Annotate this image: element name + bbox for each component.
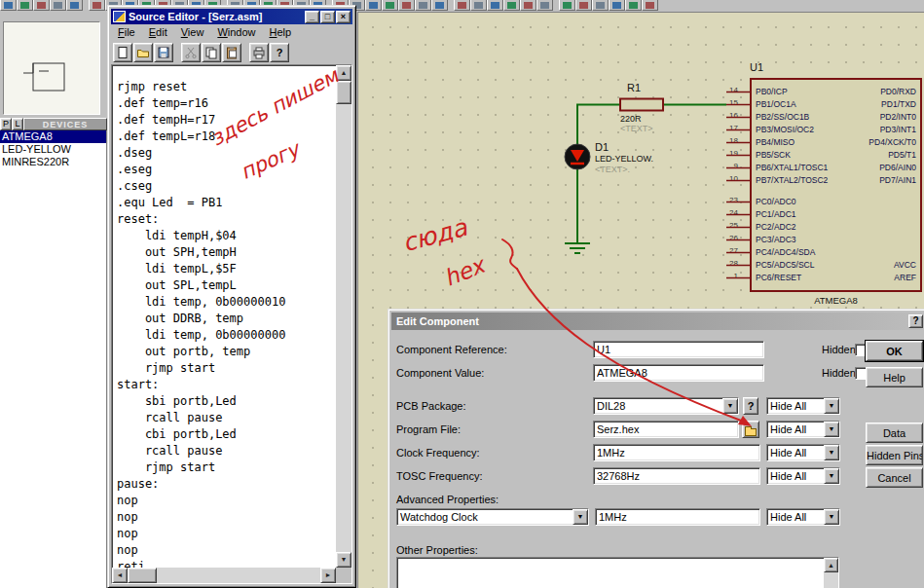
toolbar-icon[interactable] — [0, 0, 17, 11]
clock-frequency-input[interactable] — [593, 444, 760, 461]
tosc-frequency-label: TOSC Frequency: — [396, 467, 482, 485]
toolbar-icon[interactable] — [625, 0, 642, 11]
scrollbar-corner — [336, 568, 351, 583]
toolbar-icon[interactable] — [642, 0, 658, 11]
close-button[interactable]: × — [336, 11, 351, 23]
advanced-properties-label: Advanced Properties: — [396, 491, 499, 508]
combo-arrow-icon[interactable]: ▼ — [573, 509, 588, 525]
source-editor-window: Source Editor - [Serz.asm] _ □ × File Ed… — [107, 5, 356, 588]
scroll-up-icon[interactable]: ▲ — [336, 65, 351, 81]
toolbar-icon[interactable] — [365, 0, 382, 11]
combo-arrow-icon[interactable]: ▼ — [824, 398, 839, 414]
editor-vertical-scrollbar[interactable]: ▲ ▼ — [336, 65, 351, 568]
device-item-atmega8[interactable]: ATMEGA8 — [0, 130, 106, 143]
toolbar-icon[interactable] — [17, 0, 33, 11]
u1-footer-label: ATMEGA8 — [750, 295, 922, 306]
browse-file-button[interactable] — [742, 421, 759, 438]
edit-component-dialog: Edit Component ? Component Reference: Hi… — [388, 309, 924, 588]
component-value-input[interactable] — [593, 364, 764, 382]
advanced-properties-combo[interactable]: Watchdog Clock ▼ — [396, 508, 589, 526]
code-editor-text[interactable]: rjmp reset .def temp=r16 .def tempH=r17 … — [112, 65, 336, 568]
tosc-frequency-input[interactable] — [593, 467, 760, 485]
dialog-help-icon[interactable]: ? — [908, 314, 923, 328]
help-button[interactable]: Help — [866, 367, 923, 387]
toolbar-icon[interactable] — [382, 0, 398, 11]
dialog-titlebar[interactable]: Edit Component — [391, 312, 923, 330]
toolbar-icon[interactable] — [89, 0, 105, 11]
device-item-minres220r[interactable]: MINRES220R — [0, 156, 106, 168]
scroll-right-icon[interactable]: ► — [320, 568, 336, 583]
menu-view[interactable]: View — [174, 25, 211, 40]
editor-horizontal-scrollbar[interactable]: ◄ ► — [112, 568, 336, 583]
u1-left-pin-names: PB0/ICP PB1/OC1A PB2/SS/OC1B PB3/MOSI/OC… — [752, 86, 828, 290]
u1-chip[interactable]: PB0/ICP PB1/OC1A PB2/SS/OC1B PB3/MOSI/OC… — [750, 78, 922, 292]
toolbar-icon[interactable] — [66, 0, 83, 11]
toolbar-icon[interactable] — [592, 0, 609, 11]
toolbar-icon[interactable] — [559, 0, 575, 11]
pcb-package-hide-combo[interactable]: Hide All ▼ — [766, 397, 840, 415]
combo-arrow-icon[interactable]: ▼ — [824, 509, 839, 525]
save-icon[interactable] — [154, 43, 173, 62]
program-file-input[interactable] — [593, 421, 739, 438]
scroll-left-icon[interactable]: ◄ — [112, 568, 128, 583]
toolbar-icon[interactable] — [609, 0, 625, 11]
toolbar-icon[interactable] — [487, 0, 503, 11]
l-button[interactable]: L — [12, 118, 23, 130]
folder-icon — [745, 428, 757, 436]
other-properties-textarea[interactable]: ▲ — [396, 557, 839, 588]
hidden-label-1: Hidden: — [822, 341, 859, 358]
toolbar-icon[interactable] — [454, 0, 470, 11]
device-item-led-yellow[interactable]: LED-YELLOW — [0, 143, 106, 156]
pcb-package-help-icon[interactable]: ? — [743, 397, 758, 415]
advanced-value-input[interactable] — [595, 508, 760, 526]
p-button[interactable]: P — [0, 118, 12, 130]
new-file-icon[interactable] — [113, 43, 132, 62]
advanced-hide-combo[interactable]: Hide All ▼ — [766, 508, 840, 526]
data-button[interactable]: Data — [866, 423, 923, 443]
toolbar-icon[interactable] — [470, 0, 487, 11]
ok-button[interactable]: OK — [866, 341, 923, 361]
menu-file[interactable]: File — [111, 25, 142, 40]
maximize-button[interactable]: □ — [320, 11, 335, 23]
textarea-scrollbar[interactable]: ▲ — [824, 558, 838, 588]
pcb-package-combo[interactable]: DIL28 ▼ — [593, 397, 739, 415]
help-icon[interactable]: ? — [270, 43, 289, 62]
combo-arrow-icon[interactable]: ▼ — [824, 445, 839, 460]
menu-window[interactable]: Window — [210, 25, 262, 40]
open-file-icon[interactable] — [133, 43, 153, 62]
scrollbar-thumb[interactable] — [128, 568, 157, 583]
toolbar-icon[interactable] — [520, 0, 536, 11]
menu-help[interactable]: Help — [263, 25, 299, 40]
combo-arrow-icon[interactable]: ▼ — [722, 398, 738, 414]
toolbar-icon[interactable] — [50, 0, 66, 11]
pcb-package-label: PCB Package: — [396, 397, 466, 415]
toolbar-icon[interactable] — [398, 0, 415, 11]
devices-panel-header: P L DEVICES — [0, 118, 107, 130]
hidden-pins-button[interactable]: Hidden Pins — [866, 445, 923, 465]
scroll-up-icon[interactable]: ▲ — [824, 558, 838, 572]
menu-edit[interactable]: Edit — [142, 25, 174, 40]
print-icon[interactable] — [249, 43, 269, 62]
scroll-down-icon[interactable]: ▼ — [336, 552, 351, 568]
toolbar-icon[interactable] — [503, 0, 520, 11]
copy-icon[interactable] — [202, 43, 221, 62]
clock-frequency-hide-combo[interactable]: Hide All ▼ — [766, 444, 840, 461]
u1-right-pin-names: PD0/RXD PD1/TXD PD2/INT0 PD3/INT1 PD4/XC… — [869, 86, 920, 290]
combo-arrow-icon[interactable]: ▼ — [824, 468, 839, 484]
paste-icon[interactable] — [222, 43, 241, 62]
minimize-button[interactable]: _ — [305, 11, 319, 23]
cancel-button[interactable]: Cancel — [866, 467, 923, 488]
source-editor-titlebar[interactable]: Source Editor - [Serz.asm] _ □ × — [111, 9, 352, 24]
combo-arrow-icon[interactable]: ▼ — [824, 422, 839, 437]
tosc-frequency-hide-combo[interactable]: Hide All ▼ — [766, 467, 840, 485]
toolbar-icon[interactable] — [536, 0, 553, 11]
component-reference-input[interactable] — [593, 341, 764, 358]
preview-sketch — [4, 22, 99, 114]
scrollbar-thumb[interactable] — [336, 81, 351, 104]
cut-icon[interactable] — [181, 43, 201, 62]
toolbar-icon[interactable] — [431, 0, 448, 11]
toolbar-icon[interactable] — [33, 0, 50, 11]
program-file-hide-combo[interactable]: Hide All ▼ — [766, 421, 840, 438]
toolbar-icon[interactable] — [415, 0, 431, 11]
toolbar-icon[interactable] — [575, 0, 592, 11]
